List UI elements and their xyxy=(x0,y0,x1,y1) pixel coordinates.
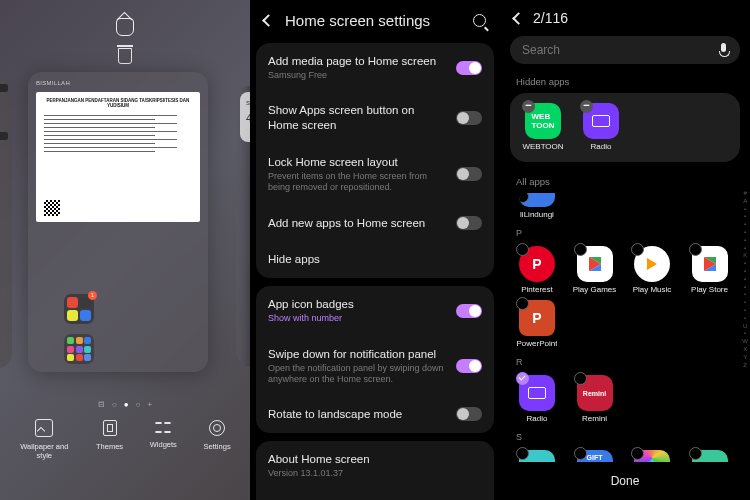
app-play-music[interactable]: Play Music xyxy=(625,246,679,295)
setting-lock-layout[interactable]: Lock Home screen layoutPrevent items on … xyxy=(256,144,494,204)
settings-button[interactable]: Settings xyxy=(204,419,231,460)
app-folder-2[interactable] xyxy=(64,334,94,364)
trash-icon[interactable] xyxy=(118,48,132,64)
remove-icon[interactable]: − xyxy=(580,100,593,113)
webtoon-icon: WEBTOON− xyxy=(525,103,561,139)
toggle[interactable] xyxy=(456,167,482,181)
qr-icon xyxy=(44,200,60,216)
remove-icon[interactable]: − xyxy=(522,100,535,113)
hide-apps-panel: 2/116 Hidden apps WEBTOON− WEBTOON − Rad… xyxy=(500,0,750,500)
select-ring-icon[interactable] xyxy=(689,447,702,460)
group-letter: R xyxy=(510,355,740,369)
mic-icon[interactable] xyxy=(719,43,728,57)
back-icon[interactable] xyxy=(262,14,275,27)
home-editor-panel: 13 24 BISMILLAH PERPANJANGAN PENDAFTARAN… xyxy=(0,0,250,500)
app-play-store[interactable]: Play Store xyxy=(683,246,737,295)
select-ring-icon[interactable] xyxy=(574,447,587,460)
pinterest-icon: P xyxy=(519,246,555,282)
select-ring-icon[interactable] xyxy=(516,447,529,460)
themes-icon xyxy=(103,420,117,436)
page-title: Home screen settings xyxy=(285,12,461,29)
powerpoint-icon: P xyxy=(519,300,555,336)
search-icon[interactable] xyxy=(473,14,486,27)
setting-swipe-notification[interactable]: Swipe down for notification panelOpen th… xyxy=(256,336,494,396)
toggle[interactable] xyxy=(456,359,482,373)
all-apps-grid: liLindungi P PPinterest Play Games Play … xyxy=(500,193,750,466)
widget-label: BISMILLAH xyxy=(28,72,208,90)
play-games-icon xyxy=(577,246,613,282)
setting-contact[interactable]: Contact us xyxy=(256,490,494,500)
setting-apps-button[interactable]: Show Apps screen button on Home screen xyxy=(256,92,494,144)
preview-page-next[interactable]: Scre 4 xyxy=(236,86,250,366)
group-letter: S xyxy=(510,430,740,444)
toggle[interactable] xyxy=(456,407,482,421)
select-ring-icon[interactable] xyxy=(519,193,529,203)
play-music-icon xyxy=(634,246,670,282)
app-folder[interactable]: 1 xyxy=(64,294,94,324)
select-ring-icon[interactable] xyxy=(516,297,529,310)
app-radio[interactable]: Radio xyxy=(510,375,564,424)
setting-add-new-apps[interactable]: Add new apps to Home screen xyxy=(256,205,494,242)
editor-toolbar: Wallpaper and style Themes Widgets Setti… xyxy=(0,419,250,460)
hidden-app-radio[interactable]: − Radio xyxy=(574,103,628,152)
radio-icon: − xyxy=(583,103,619,139)
toggle[interactable] xyxy=(456,216,482,230)
hidden-apps-tray: WEBTOON− WEBTOON − Radio xyxy=(510,93,740,162)
select-ring-icon[interactable] xyxy=(574,243,587,256)
themes-button[interactable]: Themes xyxy=(96,419,123,460)
app-icon xyxy=(519,193,555,207)
page-preview-area: 13 24 BISMILLAH PERPANJANGAN PENDAFTARAN… xyxy=(0,72,250,392)
done-button[interactable]: Done xyxy=(500,462,750,500)
home-settings-panel: Home screen settings Add media page to H… xyxy=(250,0,500,500)
select-ring-icon[interactable] xyxy=(631,447,644,460)
app-remini[interactable]: ReminiRemini xyxy=(568,375,622,424)
toggle[interactable] xyxy=(456,61,482,75)
widgets-icon xyxy=(155,419,171,435)
alpha-index[interactable]: #A••••••K••••••••U•WXYZ xyxy=(742,190,748,369)
wallpaper-button[interactable]: Wallpaper and style xyxy=(19,419,69,460)
gear-icon xyxy=(209,420,225,436)
select-ring-icon[interactable] xyxy=(689,243,702,256)
app-play-games[interactable]: Play Games xyxy=(568,246,622,295)
document-widget: PERPANJANGAN PENDAFTARAN SIDANG TA/SKRIP… xyxy=(36,92,200,222)
play-store-icon xyxy=(692,246,728,282)
hidden-app-webtoon[interactable]: WEBTOON− WEBTOON xyxy=(516,103,570,152)
widgets-button[interactable]: Widgets xyxy=(150,419,177,460)
home-icon[interactable] xyxy=(116,18,134,36)
setting-icon-badges[interactable]: App icon badgesShow with number xyxy=(256,286,494,335)
selection-counter: 2/116 xyxy=(533,10,736,26)
remini-icon: Remini xyxy=(577,375,613,411)
checked-icon[interactable] xyxy=(516,372,529,385)
app-pinterest[interactable]: PPinterest xyxy=(510,246,564,295)
radio-icon xyxy=(519,375,555,411)
select-ring-icon[interactable] xyxy=(574,372,587,385)
search-input[interactable] xyxy=(522,43,711,57)
setting-media-page[interactable]: Add media page to Home screenSamsung Fre… xyxy=(256,43,494,92)
select-ring-icon[interactable] xyxy=(631,243,644,256)
toggle[interactable] xyxy=(456,304,482,318)
back-icon[interactable] xyxy=(512,12,525,25)
app-item[interactable]: liLindungi xyxy=(510,193,564,220)
wallpaper-icon xyxy=(35,419,53,437)
search-field[interactable] xyxy=(510,36,740,64)
setting-about[interactable]: About Home screenVersion 13.1.01.37 xyxy=(256,441,494,490)
setting-rotate[interactable]: Rotate to landscape mode xyxy=(256,396,494,433)
setting-hide-apps[interactable]: Hide apps xyxy=(256,241,494,278)
toggle[interactable] xyxy=(456,111,482,125)
group-letter: P xyxy=(510,226,740,240)
hidden-apps-label: Hidden apps xyxy=(500,72,750,93)
preview-page-prev[interactable]: 13 24 xyxy=(0,78,12,368)
notification-badge: 1 xyxy=(88,291,97,300)
page-indicator: ⊟ ○ ● ○ + xyxy=(0,400,250,409)
preview-page-current[interactable]: BISMILLAH PERPANJANGAN PENDAFTARAN SIDAN… xyxy=(28,72,208,372)
select-ring-icon[interactable] xyxy=(516,243,529,256)
all-apps-label: All apps xyxy=(500,172,750,193)
app-powerpoint[interactable]: PPowerPoint xyxy=(510,300,564,349)
